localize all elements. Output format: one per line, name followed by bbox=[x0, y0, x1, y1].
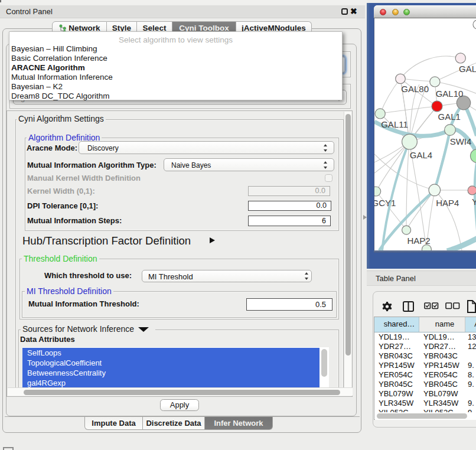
splitter-collapse-icon[interactable] bbox=[363, 215, 367, 220]
popup-header: Select algorithm to view settings bbox=[9, 35, 342, 44]
attribute-item[interactable]: TopologicalCoefficient bbox=[22, 358, 319, 368]
attribute-item[interactable]: gal4RGexp bbox=[22, 378, 319, 387]
network-node-gal80[interactable] bbox=[396, 74, 406, 84]
attribute-item[interactable]: SelfLoops bbox=[22, 348, 319, 358]
network-edge-highlighted bbox=[435, 130, 450, 190]
table-cell: 8. bbox=[468, 370, 474, 379]
data-attributes-list[interactable]: SelfLoopsTopologicalCoefficientBetweenne… bbox=[22, 347, 329, 387]
horizontal-scrollbar[interactable] bbox=[8, 387, 353, 396]
network-window-titlebar[interactable] bbox=[374, 5, 476, 18]
network-edge bbox=[400, 56, 460, 79]
network-node-label: HAP2 bbox=[407, 236, 430, 246]
algorithm-option[interactable]: Bayesian – K2 bbox=[9, 82, 340, 92]
sources-collapse-icon[interactable] bbox=[138, 327, 149, 332]
vertical-scrollbar[interactable] bbox=[344, 112, 351, 387]
network-canvas[interactable]: GALGAL80GAL10GAL1GAL11SWI4GAL4HAP4YGCY1H… bbox=[374, 18, 476, 250]
close-icon[interactable]: ✖ bbox=[350, 6, 357, 16]
cyni-bottom-tabs: Impute DataDiscretize DataInfer Network bbox=[84, 417, 273, 430]
table-cell: YDL19… bbox=[423, 332, 455, 341]
table-row[interactable]: YPR145WYPR145W9. bbox=[374, 361, 476, 370]
algorithm-option[interactable]: Mutual Information Inference bbox=[9, 73, 340, 82]
table-row[interactable]: YDL19…YDL19…13 bbox=[374, 332, 476, 342]
network-edge bbox=[376, 142, 409, 191]
tab-impute-data[interactable]: Impute Data bbox=[84, 417, 143, 430]
network-node-hap4[interactable] bbox=[429, 184, 441, 196]
table-horizontal-scrollbar[interactable] bbox=[375, 412, 476, 420]
vertical-scrollbar-thumb[interactable] bbox=[345, 114, 351, 356]
manual-kernel-checkbox[interactable] bbox=[325, 174, 332, 182]
network-edge-highlighted bbox=[447, 238, 476, 250]
cytoscape-desktop: Control Panel ✖ NetworkStyleSelectCyni T… bbox=[0, 0, 476, 450]
gear-icon[interactable] bbox=[383, 302, 392, 311]
network-node-label: GAL11 bbox=[381, 119, 408, 129]
algorithm-option[interactable]: Bayesian – Hill Climbing bbox=[9, 44, 340, 54]
dpi-field[interactable]: 0.0 bbox=[248, 201, 331, 211]
table-row[interactable]: YLR345WYLR345W9. bbox=[374, 399, 476, 408]
minimize-traffic-light[interactable] bbox=[392, 9, 399, 15]
apply-button[interactable]: Apply bbox=[160, 399, 199, 411]
network-node-gcy1[interactable] bbox=[374, 187, 381, 196]
kernel-width-label: Kernel Width (0,1): bbox=[27, 187, 95, 195]
table-cell: 12 bbox=[468, 342, 476, 351]
table-panel-titlebar[interactable]: Table Panel bbox=[367, 270, 476, 286]
table-row[interactable]: YBR045CYBR045C9. bbox=[374, 380, 476, 389]
sources-group-title: Sources for Network Inference bbox=[21, 324, 136, 334]
unchecked-pair-icon[interactable] bbox=[446, 303, 459, 309]
horizontal-scrollbar-thumb[interactable] bbox=[24, 390, 340, 395]
table-cell: YDR27… bbox=[423, 342, 456, 351]
close-traffic-light[interactable] bbox=[380, 9, 386, 15]
selected-attributes: SelfLoopsTopologicalCoefficientBetweenne… bbox=[22, 348, 319, 387]
network-node-salmon-y[interactable] bbox=[468, 186, 476, 195]
attribute-item[interactable]: BetweennessCentrality bbox=[22, 368, 319, 378]
tab-infer-network[interactable]: Infer Network bbox=[205, 417, 273, 430]
network-node-big-green[interactable] bbox=[471, 149, 476, 163]
node-table[interactable]: shared…nameAYDL19…YDL19…13YDR27…YDR27…12… bbox=[374, 317, 476, 420]
which-threshold-value: MI Threshold bbox=[148, 272, 193, 281]
mi-steps-field[interactable]: 6 bbox=[248, 216, 331, 226]
manual-kernel-label: Manual Kernel Width Definition bbox=[27, 174, 141, 182]
split-columns-icon[interactable] bbox=[403, 302, 413, 311]
network-node-gal1[interactable] bbox=[432, 101, 442, 112]
combo-arrows-icon bbox=[324, 161, 328, 169]
network-node-gal10[interactable] bbox=[430, 77, 440, 87]
algorithm-option[interactable]: Basic Correlation Inference bbox=[9, 54, 340, 63]
tab-discretize-data[interactable]: Discretize Data bbox=[143, 417, 205, 430]
list-scrollbar-thumb[interactable] bbox=[321, 349, 327, 377]
checked-pair-icon[interactable] bbox=[425, 303, 438, 309]
top-strip bbox=[0, 0, 367, 5]
table-row[interactable]: YBR043CYBR043C bbox=[374, 351, 476, 361]
hub-expand-icon[interactable] bbox=[210, 237, 215, 243]
network-node-label: GCY1 bbox=[374, 198, 396, 208]
mi-threshold-field[interactable]: 0.5 bbox=[246, 298, 332, 311]
network-node-swi4[interactable] bbox=[445, 125, 456, 136]
table-cell: 9. bbox=[468, 361, 474, 370]
control-panel-titlebar[interactable]: Control Panel ✖ bbox=[0, 5, 365, 18]
zoom-traffic-light[interactable] bbox=[403, 9, 410, 15]
kernel-width-field[interactable]: 0.0 bbox=[248, 186, 330, 196]
network-node-top-partial[interactable] bbox=[473, 20, 476, 29]
network-view-window[interactable]: GALGAL80GAL10GAL1GAL11SWI4GAL4HAP4YGCY1H… bbox=[374, 5, 476, 253]
document-icon[interactable] bbox=[468, 301, 475, 312]
column-header-name[interactable]: name bbox=[419, 317, 465, 332]
algorithm-option[interactable]: Dream8 DC_TDC Algorithm bbox=[9, 92, 340, 101]
corner-tick bbox=[0, 0, 1, 2]
float-window-icon[interactable] bbox=[341, 8, 348, 15]
settings-scrollpane: Cyni Algorithm SettingsAlgorithm Definit… bbox=[6, 110, 353, 397]
table-row[interactable]: YBL079WYBL079W bbox=[374, 389, 476, 399]
network-node-hap2[interactable] bbox=[402, 226, 411, 234]
dock-grip[interactable] bbox=[3, 447, 14, 450]
network-node-gal-pink[interactable] bbox=[455, 53, 465, 63]
column-header-A[interactable]: A bbox=[465, 317, 476, 332]
table-row[interactable]: YER054CYER054C8. bbox=[374, 370, 476, 380]
table-scrollbar-thumb[interactable] bbox=[377, 413, 467, 419]
which-threshold-label: Which threshold to use: bbox=[44, 271, 132, 280]
column-header-shared…[interactable]: shared… bbox=[374, 317, 419, 332]
network-node-label: SWI4 bbox=[450, 136, 472, 146]
network-edge bbox=[380, 106, 437, 113]
network-node-gal4[interactable] bbox=[402, 134, 418, 149]
network-node-gal11[interactable] bbox=[375, 109, 385, 119]
algorithm-option[interactable]: ARACNE Algorithm bbox=[9, 63, 340, 73]
table-row[interactable]: YDR27…YDR27…12 bbox=[374, 342, 476, 351]
dpi-label: DPI Tolerance [0,1]: bbox=[27, 201, 98, 210]
network-window-bottom-edge bbox=[374, 250, 476, 253]
